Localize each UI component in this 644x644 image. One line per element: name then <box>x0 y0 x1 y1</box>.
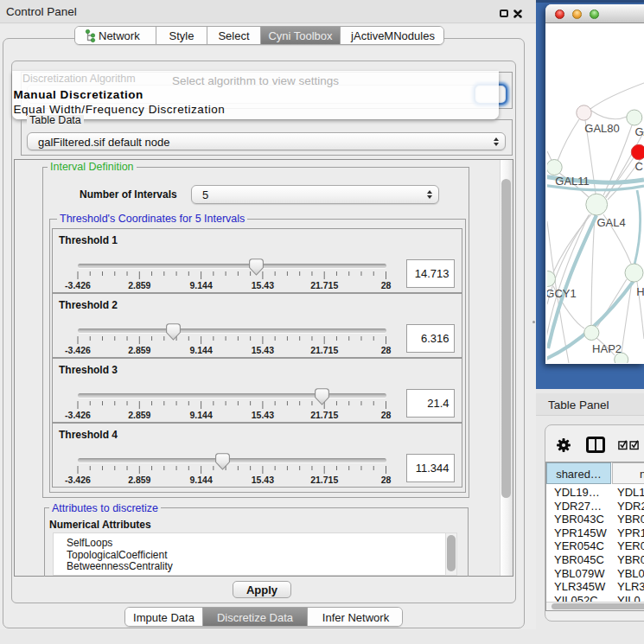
svg-text:H: H <box>636 285 644 298</box>
svg-text:GAL11: GAL11 <box>555 175 590 188</box>
svg-text:GAL80: GAL80 <box>584 122 619 135</box>
svg-text:HAP2: HAP2 <box>592 342 622 355</box>
svg-text:GCY1: GCY1 <box>547 287 577 300</box>
svg-text:GA: GA <box>634 125 644 138</box>
svg-text:GAL4: GAL4 <box>597 216 626 229</box>
svg-text:C: C <box>634 160 642 173</box>
